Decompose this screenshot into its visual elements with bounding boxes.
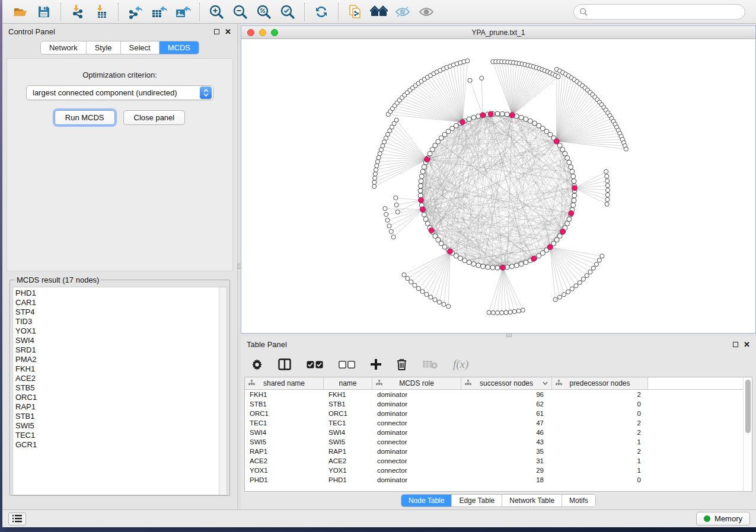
table-settings-gear-icon[interactable] <box>251 359 263 370</box>
network-node[interactable] <box>531 256 537 261</box>
network-node[interactable] <box>389 229 393 233</box>
network-node[interactable] <box>372 176 377 180</box>
network-node[interactable] <box>384 212 388 216</box>
network-node[interactable] <box>460 120 465 125</box>
table-row[interactable]: TEC1TEC1connector472 <box>245 418 743 428</box>
network-node[interactable] <box>448 249 453 254</box>
network-node[interactable] <box>519 262 524 267</box>
network-node[interactable] <box>429 295 433 299</box>
network-node[interactable] <box>524 260 528 265</box>
network-node[interactable] <box>528 118 532 123</box>
export-network-icon[interactable] <box>123 2 147 21</box>
tab-mcds[interactable]: MCDS <box>160 41 199 54</box>
network-node[interactable] <box>556 75 560 79</box>
float-panel-icon[interactable] <box>214 29 219 34</box>
network-node[interactable] <box>565 221 570 226</box>
network-node[interactable] <box>480 76 484 80</box>
task-history-button[interactable] <box>8 512 26 525</box>
network-node[interactable] <box>446 305 451 309</box>
mcds-result-item[interactable]: SWI4 <box>15 336 216 345</box>
close-panel-button[interactable]: Close panel <box>123 110 186 125</box>
first-neighbors-icon[interactable] <box>367 2 391 21</box>
mcds-result-item[interactable]: SRD1 <box>15 345 216 355</box>
network-node[interactable] <box>406 276 410 280</box>
network-node[interactable] <box>467 260 471 265</box>
search-field[interactable] <box>573 4 745 20</box>
network-node[interactable] <box>566 290 570 294</box>
network-node[interactable] <box>605 179 610 183</box>
network-node[interactable] <box>516 309 521 313</box>
zoom-selected-icon[interactable] <box>276 2 299 21</box>
network-node[interactable] <box>594 262 598 266</box>
network-node[interactable] <box>419 197 424 203</box>
network-node[interactable] <box>572 193 577 198</box>
network-node[interactable] <box>420 290 425 294</box>
import-table-icon[interactable] <box>90 2 113 21</box>
column-header-name[interactable]: name <box>324 377 372 389</box>
network-node[interactable] <box>565 156 570 161</box>
network-node[interactable] <box>416 286 420 290</box>
show-all-icon[interactable] <box>414 2 438 21</box>
network-node[interactable] <box>600 254 604 258</box>
network-node[interactable] <box>570 287 574 291</box>
close-panel-icon[interactable]: ✕ <box>744 341 750 348</box>
network-node[interactable] <box>487 310 491 315</box>
network-node[interactable] <box>605 197 610 201</box>
network-node[interactable] <box>605 202 609 206</box>
network-node[interactable] <box>605 174 609 178</box>
mcds-result-item[interactable]: CAR1 <box>15 298 216 307</box>
network-node[interactable] <box>378 152 382 156</box>
table-row[interactable]: ORC1ORC1dominator610 <box>245 409 743 418</box>
network-node[interactable] <box>425 221 430 226</box>
tab-edge-table[interactable]: Edge Table <box>452 495 502 507</box>
mcds-result-item[interactable]: STB5 <box>15 383 216 393</box>
network-node[interactable] <box>512 309 516 313</box>
network-node[interactable] <box>491 310 495 315</box>
show-columns-icon[interactable] <box>278 358 291 370</box>
network-node[interactable] <box>570 169 575 174</box>
network-node[interactable] <box>385 218 390 222</box>
memory-button[interactable]: Memory <box>696 512 750 525</box>
network-node[interactable] <box>578 280 582 284</box>
mcds-result-item[interactable]: SWI5 <box>15 421 216 431</box>
mcds-result-item[interactable]: STB1 <box>15 412 216 421</box>
splitter-grip[interactable] <box>506 333 512 337</box>
tab-select[interactable]: Select <box>121 41 160 54</box>
network-node[interactable] <box>572 179 576 184</box>
network-node[interactable] <box>562 293 566 297</box>
mcds-result-item[interactable]: STP4 <box>15 307 216 317</box>
duplicate-network-icon[interactable] <box>343 2 367 21</box>
network-node[interactable] <box>418 193 423 198</box>
network-node[interactable] <box>423 217 428 222</box>
network-node[interactable] <box>495 310 499 315</box>
export-image-icon[interactable] <box>171 2 194 21</box>
select-all-columns-icon[interactable] <box>307 361 323 368</box>
network-node[interactable] <box>433 297 437 302</box>
mcds-result-item[interactable]: TID3 <box>15 317 216 326</box>
network-node[interactable] <box>480 113 486 118</box>
mcds-list-scrollbar[interactable] <box>219 287 227 495</box>
delete-column-icon[interactable] <box>397 358 407 370</box>
network-node[interactable] <box>387 224 391 228</box>
network-node[interactable] <box>569 211 574 216</box>
run-mcds-button[interactable]: Run MCDS <box>55 110 115 125</box>
network-node[interactable] <box>429 228 434 233</box>
network-node[interactable] <box>476 263 481 268</box>
table-row[interactable]: ACE2ACE2connector311 <box>245 456 743 466</box>
table-scrollbar[interactable] <box>743 377 752 491</box>
network-node[interactable] <box>468 78 472 82</box>
column-header-successor-nodes[interactable]: successor nodes <box>461 377 552 389</box>
network-node[interactable] <box>375 164 379 168</box>
import-network-icon[interactable] <box>66 2 90 21</box>
network-node[interactable] <box>505 112 509 117</box>
network-node[interactable] <box>500 111 505 116</box>
network-node[interactable] <box>481 264 486 269</box>
horizontal-splitter[interactable] <box>241 334 756 336</box>
criterion-dropdown[interactable]: largest connected component (undirected) <box>26 85 213 100</box>
tab-network-table[interactable]: Network Table <box>502 495 562 507</box>
network-node[interactable] <box>394 196 398 200</box>
network-node[interactable] <box>605 184 610 188</box>
network-node[interactable] <box>597 258 601 262</box>
network-node[interactable] <box>504 310 508 315</box>
network-node[interactable] <box>419 174 424 179</box>
